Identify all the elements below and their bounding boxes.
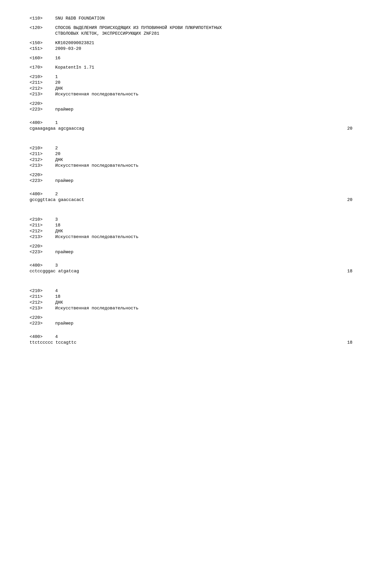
seq1-220: <220> [30, 101, 358, 106]
val-150: KR1020090023821 [55, 41, 94, 46]
seq1-210: <210>1 [30, 74, 358, 80]
seq2-223: <223>праймер [30, 178, 358, 184]
seq3-210: <210>3 [30, 217, 358, 222]
title-row-1: <120>СПОСОБ ВЫДЕЛЕНИЯ ПРОИСХОДЯЩИХ ИЗ ПУ… [30, 25, 358, 31]
seq4-220: <220> [30, 315, 358, 321]
val-151: 2009-03-20 [55, 46, 81, 52]
seq4-223: <223>праймер [30, 321, 358, 326]
seq4-211: <211>18 [30, 294, 358, 299]
val-170: KopatentIn 1.71 [55, 65, 94, 70]
seq3-213: <213>Искусственная последовательность [30, 234, 358, 240]
seq1-sequence: cgaaagagaa agcgaaccag20 [30, 126, 358, 131]
seq2-212: <212>ДНК [30, 157, 358, 163]
seq2-400: <400>2 [30, 191, 358, 197]
tag-110: <110> [30, 16, 55, 21]
seq4-212: <212>ДНК [30, 300, 358, 305]
seq1-211: <211>20 [30, 80, 358, 85]
seq1-400: <400>1 [30, 120, 358, 126]
seq1-213: <213>Искусственная последовательность [30, 92, 358, 97]
seq4-sequence: ttctccccc tccagttc18 [30, 340, 358, 345]
software-row: <170>KopatentIn 1.71 [30, 65, 358, 70]
seq2-210: <210>2 [30, 146, 358, 151]
seq3-220: <220> [30, 244, 358, 249]
tag-120: <120> [30, 25, 55, 31]
tag-160: <160> [30, 56, 55, 61]
title-row-2: СТВОЛОВЫХ КЛЕТОК, ЭКСПРЕССИРУЮЩИХ ZNF281 [30, 31, 358, 37]
seq4-213: <213>Искусственная последовательность [30, 306, 358, 311]
seq3-212: <212>ДНК [30, 229, 358, 234]
priority-number-row: <150>KR1020090023821 [30, 41, 358, 46]
seq-count-row: <160>16 [30, 56, 358, 61]
seq2-213: <213>Искусственная последовательность [30, 163, 358, 168]
tag-151: <151> [30, 46, 55, 52]
val-120-l2: СТВОЛОВЫХ КЛЕТОК, ЭКСПРЕССИРУЮЩИХ ZNF281 [55, 31, 159, 37]
seq3-211: <211>18 [30, 223, 358, 228]
tag-150: <150> [30, 41, 55, 46]
seq4-400: <400>4 [30, 334, 358, 340]
tag-170: <170> [30, 65, 55, 70]
seq2-211: <211>20 [30, 151, 358, 157]
seq2-220: <220> [30, 172, 358, 178]
seq3-sequence: cctccgggac atgatcag18 [30, 269, 358, 274]
priority-date-row: <151>2009-03-20 [30, 46, 358, 52]
val-120-l1: СПОСОБ ВЫДЕЛЕНИЯ ПРОИСХОДЯЩИХ ИЗ ПУПОВИН… [55, 25, 222, 31]
seq3-400: <400>3 [30, 263, 358, 268]
seq4-210: <210>4 [30, 288, 358, 294]
applicant-row: <110>SNU R&DB FOUNDATION [30, 16, 358, 21]
seq1-223: <223>праймер [30, 107, 358, 112]
seq1-212: <212>ДНК [30, 86, 358, 91]
seq2-sequence: gccggttaca gaaccacact20 [30, 197, 358, 203]
val-160: 16 [55, 56, 60, 61]
val-110: SNU R&DB FOUNDATION [55, 16, 105, 21]
seq3-223: <223>праймер [30, 250, 358, 255]
